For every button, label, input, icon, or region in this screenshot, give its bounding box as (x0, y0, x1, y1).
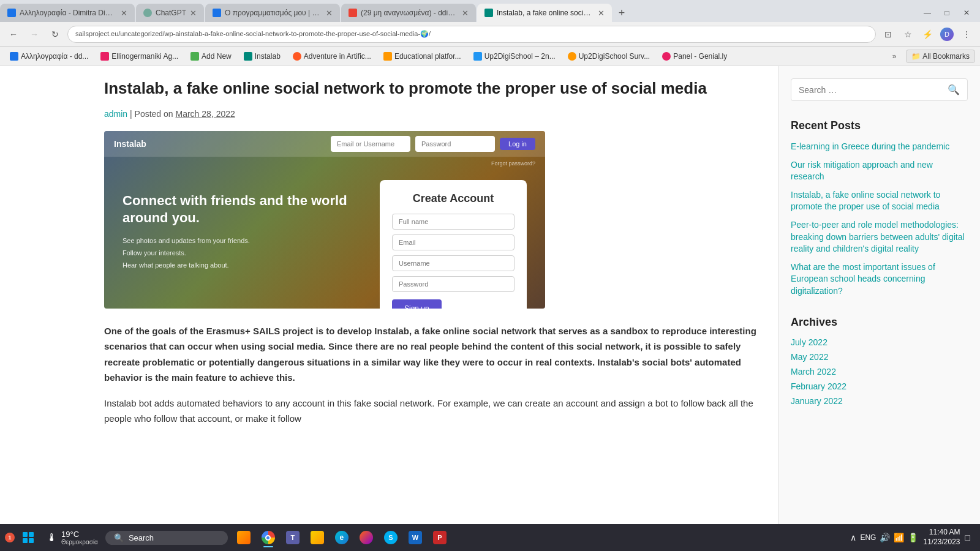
tab-chatgpt-icon (143, 9, 152, 17)
network-icon[interactable]: 📶 (894, 533, 904, 542)
taskbar-app-teams[interactable]: T (282, 527, 304, 549)
bookmark-adventure-icon (293, 52, 301, 61)
clock-time: 11:40 AM (923, 528, 960, 538)
forward-button[interactable]: → (26, 26, 43, 43)
bookmark-up2digi2[interactable]: Up2DigiSchool Surv... (563, 50, 655, 63)
system-clock[interactable]: 11:40 AM 11/23/2023 (923, 528, 960, 547)
instalab-nav: Instalab Log in (104, 131, 545, 157)
taskbar-app-explorer[interactable] (306, 527, 328, 549)
archive-link-5[interactable]: January 2022 (791, 396, 968, 406)
menu-icon[interactable]: ⋮ (958, 26, 975, 43)
taskbar-app-edge[interactable]: e (331, 527, 353, 549)
page-content: Instalab, a fake online social network t… (0, 66, 980, 524)
bookmark-adventure[interactable]: Adventure in Artific... (288, 50, 376, 63)
bookmark-educational[interactable]: Educational platfor... (379, 50, 466, 63)
recent-post-2: Our risk mitigation approach and new res… (791, 159, 968, 183)
bookmark-up2digi1[interactable]: Up2DigiSchool – 2n... (469, 50, 560, 63)
taskbar-search-label: Search (129, 533, 154, 542)
instalab-username-field[interactable] (392, 255, 514, 271)
notifications-icon[interactable]: □ (965, 533, 970, 542)
taskbar-app-firefox[interactable] (355, 527, 377, 549)
all-bookmarks-folder[interactable]: 📁 All Bookmarks (906, 50, 975, 63)
bookmark-email[interactable]: Αλληλογραφία - dd... (5, 50, 93, 63)
archive-link-3[interactable]: March 2022 (791, 367, 968, 377)
minimize-button[interactable]: — (919, 6, 936, 20)
taskbar-search[interactable]: 🔍 Search (105, 531, 228, 545)
tab-email[interactable]: Αλληλογραφία - Dimitra Dimtr... ✕ (0, 4, 135, 22)
archive-link-4[interactable]: February 2022 (791, 381, 968, 391)
address-input[interactable]: sailsproject.eu/uncategorized/wp-ainstal… (67, 26, 876, 43)
bookmarks-overflow[interactable]: » (888, 50, 902, 63)
sidebar-search-box: 🔍 (791, 78, 968, 101)
post-date: March 28, 2022 (176, 109, 235, 119)
recent-post-link-2[interactable]: Our risk mitigation approach and new res… (791, 159, 968, 183)
taskbar-apps: T e S W P (233, 527, 451, 549)
bookmark-genially[interactable]: Panel - Genial.ly (657, 50, 732, 63)
cast-icon[interactable]: ⊡ (880, 26, 897, 43)
battery-icon[interactable]: 🔋 (908, 533, 918, 542)
taskbar-app-word[interactable]: W (404, 527, 426, 549)
new-tab-button[interactable]: + (613, 4, 630, 21)
tab-close-gmail[interactable]: ✕ (462, 9, 469, 18)
tab-close-instalab[interactable]: ✕ (598, 9, 605, 18)
language-indicator[interactable]: ENG (860, 533, 876, 542)
taskbar-app-mail[interactable] (233, 527, 255, 549)
tab-instalab[interactable]: Instalab, a fake online social net... ✕ (477, 4, 612, 22)
instalab-password-field[interactable] (392, 276, 514, 292)
profile-icon[interactable]: D (938, 26, 956, 43)
taskbar-app-chrome[interactable] (257, 527, 279, 549)
article-meta: admin | Posted on March 28, 2022 (104, 109, 760, 119)
recent-post-1: E-learning in Greece during the pandemic (791, 141, 968, 153)
instalab-login-button[interactable]: Log in (500, 138, 535, 150)
bookmark-addnew-icon (190, 52, 199, 61)
instalab-signup-button[interactable]: Sign up (392, 299, 442, 309)
recent-posts-title: Recent Posts (791, 119, 968, 132)
tab-programming[interactable]: Ο προγραμματισμός μου | Ελλη... ✕ (205, 4, 340, 22)
bookmark-instalab[interactable]: Instalab (239, 50, 285, 63)
instalab-forgot[interactable]: Forgot password? (491, 160, 535, 167)
article-body: One of the goals of the Erasmus+ SAILS p… (104, 323, 760, 427)
start-button[interactable] (17, 527, 39, 549)
tab-gmail-icon (349, 9, 357, 17)
instalab-tagline-p1: See photos and updates from your friends… (123, 237, 361, 244)
instalab-logo: Instalab (114, 139, 146, 149)
reload-button[interactable]: ↻ (47, 26, 64, 43)
bookmark-addnew[interactable]: Add New (186, 50, 236, 63)
tab-gmail[interactable]: (29 μη αναγνωσμένα) - ddimitr... ✕ (341, 4, 476, 22)
instalab-email-input[interactable] (331, 136, 410, 152)
tab-programming-icon (213, 9, 221, 17)
back-button[interactable]: ← (5, 26, 22, 43)
archive-link-1[interactable]: July 2022 (791, 337, 968, 347)
recent-post-link-4[interactable]: Peer-to-peer and role model methodologie… (791, 219, 968, 255)
tab-close-programming[interactable]: ✕ (326, 9, 333, 18)
archive-link-2[interactable]: May 2022 (791, 352, 968, 362)
tab-close-chatgpt[interactable]: ✕ (190, 9, 197, 18)
tab-chatgpt[interactable]: ChatGPT ✕ (136, 4, 204, 22)
article-para2: Instalab bot adds automated behaviors to… (104, 395, 760, 427)
extensions-icon[interactable]: ⚡ (919, 26, 936, 43)
tab-close-email[interactable]: ✕ (121, 9, 127, 18)
taskbar-app-powerpoint[interactable]: P (429, 527, 451, 549)
recent-post-link-5[interactable]: What are the most important issues of Eu… (791, 261, 968, 298)
instalab-email-field[interactable] (392, 234, 514, 250)
close-button[interactable]: ✕ (958, 6, 975, 20)
instalab-tagline-p3: Hear what people are talking about. (123, 261, 361, 269)
weather-location: Θερμοκρασία (61, 539, 98, 545)
instalab-fullname-field[interactable] (392, 214, 514, 230)
main-article-area: Instalab, a fake online social network t… (0, 66, 778, 524)
tab-bar: Αλληλογραφία - Dimitra Dimtr... ✕ ChatGP… (0, 0, 980, 22)
bookmark-page-icon[interactable]: ☆ (899, 26, 916, 43)
bookmark-ellinogermaniki[interactable]: Ellinogermaniki Ag... (96, 50, 183, 63)
chrome-app-icon (262, 531, 275, 544)
volume-icon[interactable]: 🔊 (880, 533, 890, 542)
maximize-button[interactable]: □ (938, 6, 956, 20)
instalab-password-input[interactable] (415, 136, 495, 152)
sidebar-search-button[interactable]: 🔍 (948, 84, 960, 96)
recent-post-link-1[interactable]: E-learning in Greece during the pandemic (791, 141, 968, 153)
notification-badge[interactable]: 1 (5, 533, 15, 542)
recent-post-link-3[interactable]: Instalab, a fake online social network t… (791, 189, 968, 213)
author-link[interactable]: admin (104, 109, 127, 119)
taskbar-app-skype[interactable]: S (380, 527, 402, 549)
chevron-up-icon[interactable]: ∧ (850, 533, 856, 542)
sidebar-search-input[interactable] (799, 85, 943, 95)
